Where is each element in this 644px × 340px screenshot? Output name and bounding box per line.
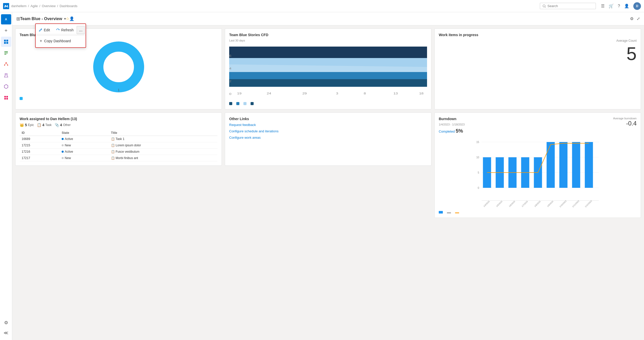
burndown-completed-label: Completed [439, 130, 455, 133]
link-configure-schedule[interactable]: Configure schedule and iterations [229, 129, 427, 133]
svg-text:1/7/2023: 1/7/2023 [521, 200, 529, 208]
work-type-task: 📋 4 Task [37, 123, 51, 127]
sidebar-item-backlogs[interactable] [1, 48, 11, 58]
refresh-button[interactable]: Refresh [53, 26, 77, 34]
row-state: Active [60, 136, 109, 142]
link-request-feedback[interactable]: Request feedback [229, 123, 427, 127]
widget-work-items-label: Work items in progress [439, 33, 637, 37]
svg-rect-6 [6, 42, 8, 44]
burndown-info: Burndown 1/4/2023 - 1/18/2023 Completed … [439, 117, 465, 134]
svg-text:1/9/2023: 1/9/2023 [547, 200, 554, 208]
burndown-legend-2 [455, 211, 459, 214]
expand-icon[interactable]: ⤢ [637, 16, 640, 21]
cfd-legend-3 [251, 102, 254, 105]
svg-point-21 [108, 57, 129, 77]
row-icon: 📋 [111, 144, 115, 147]
cfd-chart: 0 2 4 6 19 24 29 3 8 13 18 Dec Jan [229, 44, 427, 100]
svg-text:13: 13 [393, 92, 398, 95]
svg-text:15: 15 [476, 141, 479, 144]
sidebar-item-avatar[interactable]: A [1, 14, 11, 24]
epic-label: Epic [28, 123, 34, 127]
work-table-body: 16689 Active 📋 Task 1 17215 New 📋 Lorem … [20, 136, 217, 161]
breadcrumb-project[interactable]: Agile [31, 4, 38, 8]
sidebar-item-boards[interactable] [1, 37, 11, 47]
epic-icon: 👑 [20, 123, 24, 127]
widget-work-assigned-title: Work assigned to Dan Hellem (13) [20, 117, 217, 121]
breadcrumb-page[interactable]: Dashboards [60, 4, 77, 8]
svg-rect-8 [4, 53, 8, 53]
svg-rect-4 [6, 40, 8, 41]
refresh-icon [56, 28, 60, 32]
row-state: New [60, 142, 109, 149]
widget-cfd-subtitle: Last 30 days [229, 39, 427, 42]
row-icon: 📋 [111, 156, 115, 160]
work-type-epic: 👑 5 Epic [20, 123, 34, 127]
sidebar-item-extensions[interactable] [1, 93, 11, 103]
table-row: 16689 Active 📋 Task 1 [20, 136, 217, 142]
dashboard-settings-row: ⚙ ⤢ [630, 16, 640, 21]
table-row: 17216 Active 📋 Fusce vestibulum [20, 149, 217, 155]
row-title: 📋 Fusce vestibulum [109, 149, 217, 155]
sidebar-item-add[interactable]: + [1, 25, 11, 36]
cfd-legend-0 [229, 102, 232, 105]
svg-line-2 [545, 7, 546, 7]
sidebar-item-pipelines[interactable] [1, 59, 11, 69]
svg-rect-7 [4, 51, 8, 52]
widget-other-links: Other Links Request feedback Configure s… [225, 112, 431, 166]
search-input[interactable] [547, 4, 593, 8]
settings-gear-icon[interactable]: ⚙ [630, 16, 634, 21]
burndown-avg-label: Average burndown [613, 117, 637, 120]
svg-text:0: 0 [229, 93, 231, 95]
row-title: 📋 Lorem ipsum dolor [109, 142, 217, 149]
donut-svg: 1 [93, 41, 144, 92]
topnav-icons: ☰ 🛒 ? 👤 D [601, 2, 641, 10]
sidebar-item-collapse[interactable]: ≪ [1, 328, 11, 338]
sidebar-item-test[interactable] [1, 70, 11, 80]
donut-legend [20, 97, 217, 100]
edit-button[interactable]: Edit [36, 26, 53, 34]
state-dot [62, 138, 64, 140]
task-count: 4 [42, 123, 44, 127]
topnav: danhellem / Agile / Overview / Dashboard… [0, 0, 644, 12]
row-state: New [60, 155, 109, 161]
basket-icon[interactable]: 🛒 [609, 4, 614, 8]
work-assigned-table: ID State Title 16689 Active 📋 Task 1 172… [20, 130, 217, 161]
svg-rect-24 [229, 47, 427, 58]
breadcrumb-section[interactable]: Overview [42, 4, 56, 8]
favorite-icon[interactable]: ☆ [66, 16, 69, 21]
notifications-icon[interactable]: ☰ [601, 4, 605, 8]
breadcrumb-org[interactable]: danhellem [11, 4, 26, 8]
row-icon: 📋 [111, 137, 115, 141]
avatar[interactable]: D [633, 2, 641, 10]
svg-point-1 [543, 5, 545, 7]
main-content: ⊞ Team Blue - Overview ▾ ☆ 👤 Edit [12, 12, 644, 340]
widget-work-assigned: Work assigned to Dan Hellem (13) 👑 5 Epi… [15, 112, 222, 166]
burndown-title: Burndown [439, 117, 465, 121]
cfd-legend-dot-2 [243, 102, 246, 105]
dashboard-title: Team Blue - Overview ▾ [20, 17, 66, 21]
svg-rect-16 [4, 96, 6, 97]
row-id: 16689 [20, 136, 60, 142]
user-icon[interactable]: 👤 [624, 4, 629, 8]
search-bar[interactable] [540, 3, 596, 9]
breadcrumb: danhellem / Agile / Overview / Dashboard… [11, 4, 77, 8]
svg-rect-55 [547, 142, 555, 188]
svg-text:10: 10 [476, 156, 479, 159]
sidebar-item-settings[interactable]: ⚙ [1, 318, 11, 328]
ado-logo [3, 3, 9, 9]
svg-rect-57 [572, 142, 580, 188]
link-configure-work-areas[interactable]: Configure work areas [229, 136, 427, 139]
copy-dashboard-item[interactable]: + Copy Dashboard [36, 37, 86, 45]
team-icon[interactable]: 👤 [69, 16, 74, 21]
row-id: 17215 [20, 142, 60, 149]
svg-point-12 [7, 65, 8, 66]
sidebar-bottom: ⚙ ≪ [1, 318, 11, 338]
more-button[interactable]: ... [77, 26, 85, 34]
table-row: 17217 New 📋 Morbi finibus ant [20, 155, 217, 161]
sidebar: A + ⚙ ≪ [0, 12, 12, 340]
sidebar-item-artifacts[interactable] [1, 81, 11, 92]
svg-text:1/10/2023: 1/10/2023 [559, 200, 567, 208]
edit-icon [39, 28, 42, 32]
help-icon[interactable]: ? [618, 4, 620, 8]
burndown-chart: 15 10 5 0 [439, 137, 637, 209]
